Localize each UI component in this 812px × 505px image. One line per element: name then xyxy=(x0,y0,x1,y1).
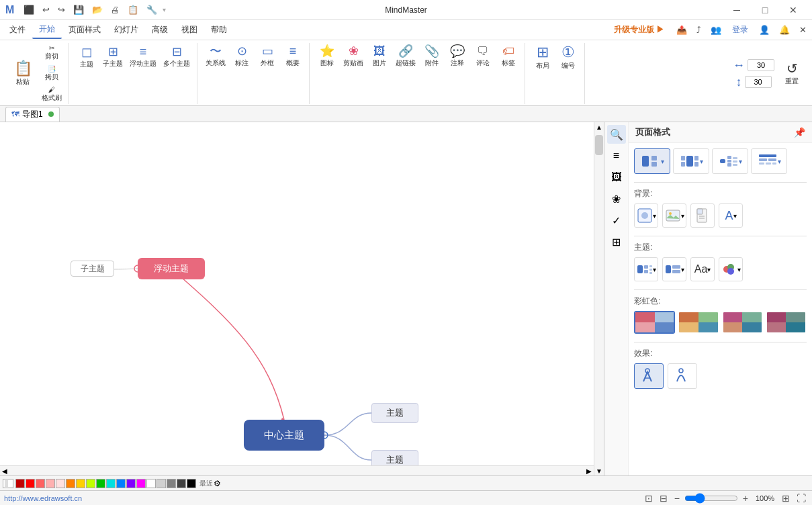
side-check-icon[interactable]: ✓ xyxy=(607,211,626,230)
rainbow-option-3[interactable] xyxy=(722,311,763,334)
share-icon-btn[interactable]: ⤴ xyxy=(694,24,704,36)
scroll-down-btn[interactable]: ▼ xyxy=(594,466,604,475)
tab-map1[interactable]: 🗺 导图1 xyxy=(5,107,60,122)
cut-btn[interactable]: ✂ 剪切 xyxy=(39,43,64,62)
summary-btn[interactable]: ≡ 概要 xyxy=(281,43,305,70)
side-grid-icon[interactable]: ⊞ xyxy=(607,232,626,251)
cs-green[interactable] xyxy=(96,479,105,488)
cs-gray[interactable] xyxy=(167,479,176,488)
rainbow-option-2[interactable] xyxy=(678,311,719,334)
website-link[interactable]: http://www.edrawsoft.cn xyxy=(4,494,82,502)
menu-file[interactable]: 文件 xyxy=(3,21,32,38)
layout-option-1[interactable]: ▾ xyxy=(634,148,670,174)
grid-view-btn[interactable]: ⊞ xyxy=(780,492,792,504)
cs-orange[interactable] xyxy=(66,479,75,488)
print-btn[interactable]: 🖨 xyxy=(108,3,122,16)
cs-gray-light[interactable] xyxy=(156,479,166,488)
h-scrollbar[interactable]: ◀ ▶ xyxy=(0,465,594,475)
color-swatch-pink-light[interactable] xyxy=(46,479,55,488)
rainbow-option-1[interactable] xyxy=(634,311,675,334)
reset-btn[interactable]: ↺ 重置 xyxy=(780,60,804,88)
image-btn[interactable]: 🖼 图片 xyxy=(367,43,392,70)
cs-blue[interactable] xyxy=(116,479,126,488)
icon-insert-btn[interactable]: ⭐ 图标 xyxy=(315,43,339,70)
rainbow-option-4[interactable] xyxy=(766,311,807,334)
scroll-left-btn[interactable]: ◀ xyxy=(0,466,9,475)
menu-slideshow[interactable]: 幻灯片 xyxy=(107,21,145,38)
scroll-right-btn[interactable]: ▶ xyxy=(584,466,594,475)
layout-btn[interactable]: ⊞ 布局 xyxy=(531,43,555,73)
quick-access-btn[interactable]: ⬛ xyxy=(21,3,37,16)
close-panel-icon-btn[interactable]: ✕ xyxy=(797,24,809,36)
width-spinner[interactable]: 30 xyxy=(748,59,774,71)
export-icon-btn[interactable]: 📤 xyxy=(674,24,690,36)
tag-btn[interactable]: 🏷 标签 xyxy=(496,43,521,70)
login-btn[interactable]: 登录 xyxy=(728,23,752,37)
float-topic-btn[interactable]: ≡ 浮动主题 xyxy=(127,44,159,71)
note-btn[interactable]: 💬 注释 xyxy=(445,43,469,70)
clipart-btn[interactable]: ❀ 剪贴画 xyxy=(341,43,366,70)
theme-font-btn[interactable]: Aa ▾ xyxy=(690,257,715,281)
color-swatch-red[interactable] xyxy=(26,479,35,488)
fit-width-btn[interactable]: ⊟ xyxy=(658,492,670,504)
callout-btn[interactable]: ⊙ 标注 xyxy=(230,43,254,70)
fullscreen-btn[interactable]: ⛶ xyxy=(795,492,808,504)
theme-layout-btn[interactable]: ▾ xyxy=(634,257,658,281)
color-swatch-red-light[interactable] xyxy=(36,479,45,488)
attachment-btn[interactable]: 📎 附件 xyxy=(420,43,444,70)
collab-icon-btn[interactable]: 👥 xyxy=(708,24,724,36)
bg-image-btn[interactable]: ▾ xyxy=(662,203,686,228)
bg-file-btn[interactable] xyxy=(690,203,715,228)
side-clipart-icon[interactable]: ❀ xyxy=(607,189,626,208)
side-image-icon[interactable]: 🖼 xyxy=(607,168,626,187)
effect-btn-1[interactable] xyxy=(634,363,664,389)
subtopic-btn[interactable]: ⊞ 子主题 xyxy=(100,44,126,71)
fit-page-btn[interactable]: ⊡ xyxy=(643,492,655,504)
canvas-wrapper[interactable]: 子主题 浮动主题 中心主题 主题 主题 ▲ xyxy=(0,122,604,475)
side-list-icon[interactable]: ≡ xyxy=(607,146,626,165)
topic-btn[interactable]: ◻ 主题 xyxy=(75,43,99,71)
notifications-icon-btn[interactable]: 🔔 xyxy=(776,24,793,36)
more-colors-btn[interactable]: ⚙ xyxy=(214,479,221,488)
cs-purple[interactable] xyxy=(126,479,136,488)
settings-icon-btn[interactable]: 🔧 xyxy=(144,3,160,16)
topic-node-1[interactable]: 主题 xyxy=(371,403,418,423)
cs-yellow-green[interactable] xyxy=(86,479,95,488)
height-spinner[interactable]: 30 xyxy=(745,76,772,88)
zoom-slider[interactable] xyxy=(684,493,738,504)
multi-topic-btn[interactable]: ⊟ 多个主题 xyxy=(161,44,193,71)
float-node[interactable]: 浮动主题 xyxy=(138,258,205,279)
scroll-thumb[interactable] xyxy=(595,135,603,155)
cs-dark-gray[interactable] xyxy=(177,479,186,488)
bg-text-btn[interactable]: A ▾ xyxy=(719,203,743,228)
comment-btn[interactable]: 🗨 评论 xyxy=(471,43,495,70)
layout-option-2[interactable]: ▾ xyxy=(673,148,709,174)
frame-btn[interactable]: ▭ 外框 xyxy=(255,43,279,70)
layout-option-3[interactable]: ▾ xyxy=(712,148,748,174)
theme-color-btn[interactable]: ▾ xyxy=(719,257,743,281)
paste-btn[interactable]: 📋 粘贴 xyxy=(8,59,38,89)
format-paint-btn[interactable]: 🖌 格式刷 xyxy=(39,85,64,104)
upgrade-btn[interactable]: 升级专业版 ▶ xyxy=(608,23,670,37)
menu-page-style[interactable]: 页面样式 xyxy=(62,21,107,38)
open-btn[interactable]: 📂 xyxy=(89,3,105,16)
layout-option-4[interactable]: ▾ xyxy=(751,148,787,174)
menu-help[interactable]: 帮助 xyxy=(204,21,234,38)
scroll-up-btn[interactable]: ▲ xyxy=(594,122,604,132)
copy-ribbon-btn[interactable]: 📑 拷贝 xyxy=(39,64,64,83)
v-scrollbar[interactable]: ▲ ▼ xyxy=(594,122,604,475)
menu-home[interactable]: 开始 xyxy=(32,21,62,39)
theme-style-btn[interactable]: ▾ xyxy=(662,257,686,281)
save-btn[interactable]: 💾 xyxy=(71,3,87,16)
minimize-btn[interactable]: ─ xyxy=(723,3,750,17)
color-swatch-red-dark[interactable] xyxy=(15,479,25,488)
menu-view[interactable]: 视图 xyxy=(175,21,204,38)
side-select-icon[interactable]: 🔍 xyxy=(607,125,626,144)
profile-icon-btn[interactable]: 👤 xyxy=(756,24,772,36)
fill-color-indicator[interactable] xyxy=(3,479,13,488)
zoom-out-btn[interactable]: − xyxy=(672,492,682,504)
cs-black[interactable] xyxy=(187,479,196,488)
menu-advanced[interactable]: 高级 xyxy=(145,21,175,38)
effect-btn-2[interactable] xyxy=(668,363,697,389)
child-node[interactable]: 子主题 xyxy=(71,261,114,277)
